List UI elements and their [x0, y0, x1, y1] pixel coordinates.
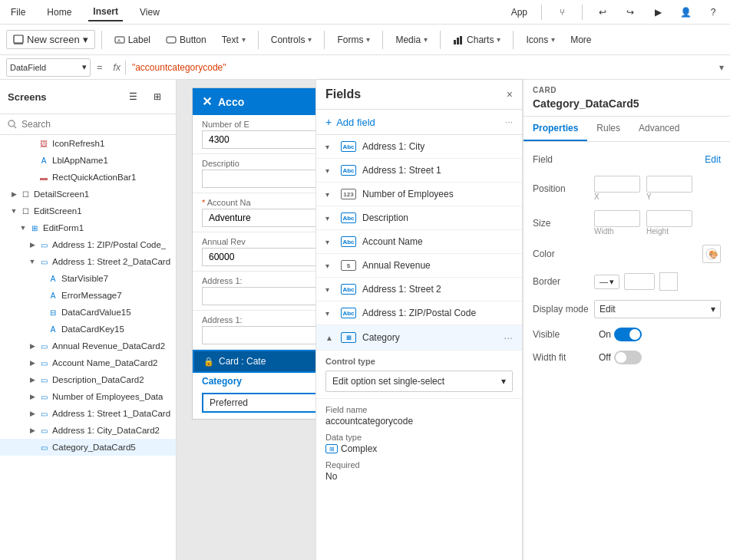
field-input-annualrevenue[interactable]	[202, 248, 315, 266]
play-icon[interactable]: ▶	[647, 2, 669, 23]
field-row-category[interactable]: ▲ ⊞ Category ···	[316, 325, 522, 351]
formula-bar: DataField ▾ = fx "accountcategorycode" ▾	[0, 55, 730, 80]
tree-item-errormessage7[interactable]: A ErrorMessage7	[0, 287, 176, 304]
visible-toggle[interactable]	[614, 328, 642, 341]
size-width-input[interactable]: 640	[594, 210, 640, 227]
redo-icon[interactable]: ↪	[619, 2, 641, 23]
fork-icon[interactable]: ⑂	[551, 2, 573, 23]
field-row-description[interactable]: ▾ Abc Description	[316, 206, 522, 230]
formula-input[interactable]: "accountcategorycode"	[132, 62, 713, 73]
menu-bar: File Home Insert View App ⑂ ↩ ↪ ▶ 👤 ?	[0, 0, 730, 25]
control-type-select[interactable]: Edit option set single-select ▾	[325, 371, 513, 392]
field-input-numemployees[interactable]	[202, 130, 315, 149]
preferred-field[interactable]: Preferred	[202, 393, 315, 413]
tree-item-addresscity[interactable]: ▶ ▭ Address 1: City_DataCard2	[0, 422, 176, 439]
media-button[interactable]: Media ▾	[389, 31, 434, 48]
displaymode-select[interactable]: Edit ▾	[594, 300, 721, 318]
field-input-address1[interactable]	[202, 287, 315, 305]
left-panel: Screens ☰ ⊞ 🖼 IconRefresh1 A LblAppName1	[0, 80, 177, 560]
field-row-street2[interactable]: ▾ Abc Address 1: Street 2	[316, 278, 522, 301]
tab-rules[interactable]: Rules	[587, 117, 629, 141]
tree-item-addressstreet1[interactable]: ▶ ▭ Address 1: Street 1_DataCard	[0, 405, 176, 422]
field-row-numemployees[interactable]: ▾ 123 Number of Employees	[316, 183, 522, 206]
tab-properties[interactable]: Properties	[524, 117, 587, 141]
field-row-accountname[interactable]: ▾ Abc Account Name	[316, 230, 522, 254]
border-style-select[interactable]: — ▾	[594, 275, 619, 289]
main-layout: Screens ☰ ⊞ 🖼 IconRefresh1 A LblAppName1	[0, 80, 730, 560]
menu-insert[interactable]: Insert	[88, 3, 123, 21]
card-icon4: ▭	[38, 357, 49, 368]
formula-dropdown[interactable]: DataField ▾	[6, 58, 91, 77]
border-width-input[interactable]: 0	[624, 273, 655, 290]
category-card[interactable]: 🔒 Card : Cate	[193, 350, 315, 373]
field-more-category[interactable]: ···	[504, 331, 513, 344]
fields-close-button[interactable]: ×	[507, 88, 513, 100]
field-row-annualrevenue[interactable]: ▾ $ Annual Revenue	[316, 254, 522, 278]
form-close-icon[interactable]: ✕	[202, 94, 212, 109]
fx-button[interactable]: fx	[109, 61, 126, 74]
tree-item-starvisible7[interactable]: A StarVisible7	[0, 270, 176, 287]
charts-button[interactable]: Charts ▾	[447, 31, 507, 48]
search-input[interactable]	[21, 119, 168, 130]
grid-view-icon[interactable]: ⊞	[147, 86, 168, 107]
border-color-swatch[interactable]	[659, 272, 678, 291]
tree-item-iconrefresh1[interactable]: 🖼 IconRefresh1	[0, 135, 176, 152]
button-button[interactable]: Button	[160, 31, 213, 48]
canvas-area: ✕ Acco Number of E Descriptio Account Na	[177, 80, 315, 560]
tree-item-datacardvalue15[interactable]: ⊟ DataCardValue15	[0, 304, 176, 321]
tree-item-accountname[interactable]: ▶ ▭ Account Name_DataCard2	[0, 354, 176, 371]
tree-item-categorydatacard5[interactable]: ▭ Category_DataCard5	[0, 439, 176, 456]
add-field-row[interactable]: + Add field ···	[316, 110, 522, 135]
color-swatch[interactable]: 🎨	[702, 245, 721, 263]
menu-home[interactable]: Home	[42, 4, 76, 21]
field-row-zip[interactable]: ▾ Abc Address 1: ZIP/Postal Code	[316, 301, 522, 325]
forms-button[interactable]: Forms ▾	[331, 31, 376, 48]
icons-button[interactable]: Icons ▾	[520, 31, 561, 48]
tree-item-numemployees[interactable]: ▶ ▭ Number of Employees_Data	[0, 388, 176, 405]
tree-item-addresszip[interactable]: ▶ ▭ Address 1: ZIP/Postal Code_	[0, 236, 176, 253]
tree-item-editform1[interactable]: ▼ ⊞ EditForm1	[0, 219, 176, 236]
card-icon2: ▭	[38, 256, 49, 267]
right-panel: CARD Category_DataCard5 Properties Rules…	[523, 80, 730, 560]
field-row-street1[interactable]: ▾ Abc Address 1: Street 1	[316, 159, 522, 183]
field-input-address2[interactable]	[202, 326, 315, 344]
field-type-icon-street2: Abc	[341, 284, 356, 295]
tab-advanced[interactable]: Advanced	[629, 117, 689, 141]
tree-item-detailscreen1[interactable]: ▶ ☐ DetailScreen1	[0, 186, 176, 203]
tree-item-description[interactable]: ▶ ▭ Description_DataCard2	[0, 371, 176, 388]
position-y-input[interactable]: 1144	[646, 176, 692, 193]
tree-item-datacardkey15[interactable]: A DataCardKey15	[0, 321, 176, 338]
list-view-icon[interactable]: ☰	[122, 86, 144, 107]
position-prop-label: Position	[533, 183, 594, 194]
tree-item-addressstreet2datacard[interactable]: ▼ ▭ Address 1: Street 2_DataCard	[0, 253, 176, 270]
new-screen-button[interactable]: New screen ▾	[6, 30, 95, 49]
menu-view[interactable]: View	[135, 4, 164, 21]
menu-file[interactable]: File	[6, 4, 30, 21]
tree-item-editscreen1[interactable]: ▼ ☐ EditScreen1	[0, 203, 176, 219]
field-input-description[interactable]	[202, 170, 315, 188]
field-edit-link[interactable]: Edit	[705, 154, 721, 165]
formula-expand-icon[interactable]: ▾	[719, 62, 724, 73]
field-type-icon-annualrevenue: $	[341, 260, 356, 271]
field-row-city[interactable]: ▾ Abc Address 1: City	[316, 135, 522, 159]
user-icon[interactable]: 👤	[675, 2, 696, 23]
add-field-more[interactable]: ···	[505, 117, 513, 127]
menu-app[interactable]: App	[507, 4, 532, 21]
tree-item-annualrevenue[interactable]: ▶ ▭ Annual Revenue_DataCard2	[0, 338, 176, 354]
add-field-button[interactable]: + Add field	[325, 116, 375, 128]
size-height-input[interactable]: 143	[646, 210, 692, 227]
text-button[interactable]: Text ▾	[216, 31, 252, 48]
widthfit-toggle[interactable]	[614, 351, 642, 364]
position-x-input[interactable]: 0	[594, 176, 640, 193]
undo-icon[interactable]: ↩	[592, 2, 613, 23]
label-button[interactable]: A Label	[108, 31, 157, 48]
more-button[interactable]: More	[564, 31, 597, 48]
size-prop-value: 640 Width 143 Height	[594, 210, 721, 236]
field-input-accountname[interactable]	[202, 209, 315, 227]
height-label: Height	[646, 227, 692, 236]
controls-button[interactable]: Controls ▾	[265, 31, 319, 48]
text-icon: A	[38, 155, 49, 166]
tree-item-rectquickactionbar1[interactable]: ▬ RectQuickActionBar1	[0, 169, 176, 186]
help-icon[interactable]: ?	[702, 2, 724, 23]
tree-item-lblappname1[interactable]: A LblAppName1	[0, 152, 176, 169]
